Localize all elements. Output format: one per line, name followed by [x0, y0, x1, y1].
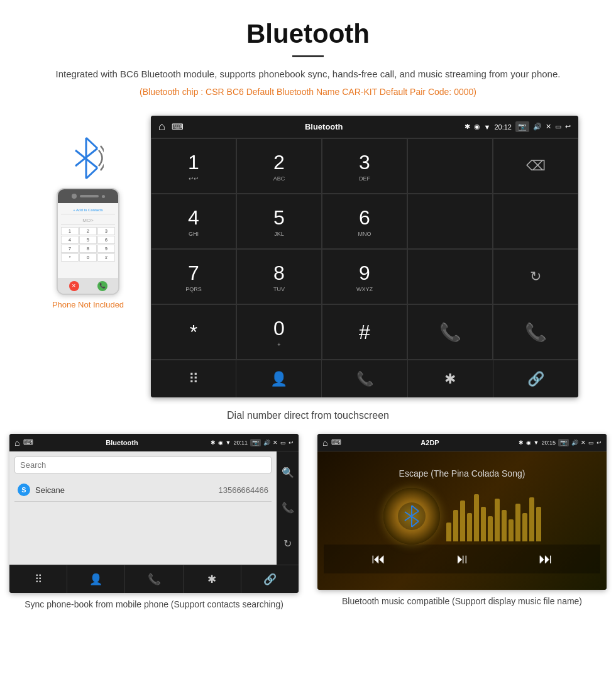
- music-home-icon: ⌂: [322, 438, 327, 448]
- phone-keypad-mini: 1 2 3 4 5 6 7 8 9 * 0 #: [61, 227, 115, 262]
- car-screen-dialpad[interactable]: ⌂ ⌨ Bluetooth ✱ ◉ ▼ 20:12 📷 🔊 ✕ ▭ ↩ 1 ↩↩: [151, 116, 578, 397]
- music-status-left: ⌂ ⌨: [322, 438, 341, 448]
- dial-refresh[interactable]: ↻: [493, 249, 578, 304]
- music-controls: ⏮ ⏯ ⏭: [324, 545, 600, 573]
- dial-key-9[interactable]: 9 WXYZ: [322, 249, 407, 304]
- music-status-right: ✱ ◉ ▼ 20:15 📷 🔊 ✕ ▭ ↩: [519, 439, 602, 446]
- pb-status-right: ✱ ◉ ▼ 20:11 📷 🔊 ✕ ▭ ↩: [211, 439, 294, 446]
- car-status-bar: ⌂ ⌨ Bluetooth ✱ ◉ ▼ 20:12 📷 🔊 ✕ ▭ ↩: [151, 116, 578, 138]
- pb-nav-contacts[interactable]: 👤: [67, 565, 125, 593]
- play-pause-button[interactable]: ⏯: [455, 551, 469, 567]
- next-button[interactable]: ⏭: [539, 551, 553, 567]
- contact-letter: S: [18, 484, 30, 496]
- dial-backspace[interactable]: ⌫: [493, 138, 578, 194]
- dialpad-grid[interactable]: 1 ↩↩ 2 ABC 3 DEF ⌫ 4 GHI 5 JKL: [151, 138, 578, 360]
- window-icon: ▭: [555, 123, 561, 131]
- dial-call-button[interactable]: 📞: [407, 304, 493, 360]
- contact-name: Seicane: [35, 485, 218, 495]
- eq-bar-14: [536, 507, 541, 541]
- bottom-screens-area: ⌂ ⌨ Bluetooth ✱ ◉ ▼ 20:11 📷 🔊 ✕ ▭ ↩: [0, 434, 616, 616]
- dial-key-4[interactable]: 4 GHI: [151, 194, 236, 249]
- search-input[interactable]: [14, 456, 272, 473]
- dial-key-8[interactable]: 8 TUV: [236, 249, 322, 304]
- dial-hangup-button[interactable]: 📞: [493, 304, 578, 360]
- equalizer: [446, 491, 541, 541]
- pb-nav-dialpad[interactable]: ⠿: [9, 565, 67, 593]
- bt-icon: ✱: [465, 123, 470, 131]
- pb-time: 20:11: [233, 440, 248, 446]
- song-title: Escape (The Pina Colada Song): [399, 468, 525, 479]
- refresh-action-icon[interactable]: ↻: [283, 538, 292, 550]
- pb-camera-icon: 📷: [250, 439, 261, 446]
- eq-bar-11: [515, 504, 520, 541]
- phone-call-btn: 📞: [97, 281, 107, 291]
- dial-key-2[interactable]: 2 ABC: [236, 138, 322, 194]
- music-usb-icon: ⌨: [331, 438, 341, 446]
- call-action-icon[interactable]: 📞: [282, 502, 294, 514]
- music-back-icon: ↩: [597, 440, 602, 446]
- back-icon: ↩: [565, 123, 571, 131]
- dial-key-3[interactable]: 3 DEF: [322, 138, 407, 194]
- music-screen[interactable]: ⌂ ⌨ A2DP ✱ ◉ ▼ 20:15 📷 🔊 ✕ ▭ ↩ Es: [317, 434, 607, 590]
- phonebook-screen[interactable]: ⌂ ⌨ Bluetooth ✱ ◉ ▼ 20:11 📷 🔊 ✕ ▭ ↩: [9, 434, 299, 593]
- music-camera-icon: 📷: [558, 439, 569, 446]
- music-time: 20:15: [541, 440, 556, 446]
- dial-key-star[interactable]: *: [151, 304, 236, 360]
- bluetooth-icon: [69, 135, 104, 182]
- nav-contacts[interactable]: 👤: [236, 360, 322, 397]
- dial-key-7[interactable]: 7 PQRS: [151, 249, 236, 304]
- pb-nav-bluetooth[interactable]: ✱: [184, 565, 241, 593]
- contact-number: 13566664466: [218, 485, 268, 495]
- usb-icon: ⌨: [172, 122, 184, 131]
- pb-window-icon: ▭: [280, 440, 286, 446]
- status-bar-left: ⌂ ⌨: [158, 120, 184, 133]
- contact-row[interactable]: S Seicane 13566664466: [14, 479, 272, 502]
- phone-top-bar: [58, 189, 118, 203]
- title-divider: [292, 55, 324, 57]
- nav-calls[interactable]: 📞: [322, 360, 407, 397]
- dial-key-hash[interactable]: #: [322, 304, 407, 360]
- music-main-area: [383, 488, 541, 545]
- pb-caption: Sync phone-book from mobile phone (Suppo…: [18, 593, 290, 616]
- dial-empty-3: [493, 194, 578, 249]
- phone-mockup: + Add to Contacts MO> 1 2 3 4 5 6 7 8 9 …: [57, 188, 119, 295]
- pb-usb-icon: ⌨: [23, 438, 33, 446]
- key-star: *: [61, 253, 79, 262]
- dial-key-5[interactable]: 5 JKL: [236, 194, 322, 249]
- music-loc-icon: ◉: [526, 440, 531, 446]
- key-8: 8: [79, 245, 97, 253]
- phone-end-btn: ✕: [69, 281, 79, 291]
- dial-key-0[interactable]: 0 +: [236, 304, 322, 360]
- search-action-icon[interactable]: 🔍: [282, 467, 294, 479]
- key-2: 2: [79, 227, 97, 235]
- status-title: Bluetooth: [305, 122, 343, 131]
- call-red-icon: 📞: [525, 322, 547, 343]
- eq-bar-9: [502, 510, 507, 541]
- pb-nav-link[interactable]: 🔗: [241, 565, 299, 593]
- dial-key-1[interactable]: 1 ↩↩: [151, 138, 236, 194]
- dial-empty-2: [407, 194, 493, 249]
- nav-link[interactable]: 🔗: [493, 360, 578, 397]
- phone-section: + Add to Contacts MO> 1 2 3 4 5 6 7 8 9 …: [38, 116, 138, 309]
- page-title: Bluetooth: [13, 19, 603, 49]
- nav-dialpad[interactable]: ⠿: [151, 360, 236, 397]
- pb-signal-icon: ▼: [226, 440, 231, 446]
- pb-close-icon: ✕: [273, 440, 278, 446]
- pb-volume-icon: 🔊: [263, 440, 270, 446]
- key-1: 1: [61, 227, 79, 235]
- signal-icon: ▼: [484, 123, 491, 131]
- pb-nav-calls[interactable]: 📞: [125, 565, 183, 593]
- eq-bar-1: [446, 523, 451, 541]
- dial-key-6[interactable]: 6 MNO: [322, 194, 407, 249]
- phonebook-content: S Seicane 13566664466: [9, 451, 277, 565]
- backspace-icon: ⌫: [526, 158, 546, 174]
- refresh-icon: ↻: [530, 268, 541, 285]
- nav-bluetooth[interactable]: ✱: [408, 360, 493, 397]
- eq-bar-2: [453, 510, 458, 541]
- key-0: 0: [79, 253, 97, 262]
- phone-screen: + Add to Contacts MO> 1 2 3 4 5 6 7 8 9 …: [58, 203, 118, 278]
- pb-status-title: Bluetooth: [106, 439, 138, 446]
- prev-button[interactable]: ⏮: [371, 551, 385, 567]
- pb-action-icons: 🔍 📞 ↻: [277, 451, 299, 565]
- music-window-icon: ▭: [588, 440, 594, 446]
